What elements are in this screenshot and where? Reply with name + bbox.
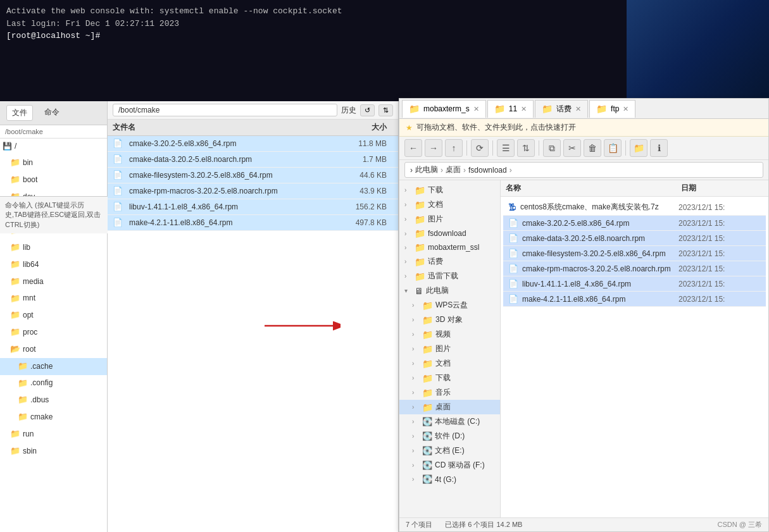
fm-dir-item[interactable]: 📁cmake xyxy=(0,409,107,426)
fc-file-name: libuv-1.41.1-1.el8_4.x86_64.rpm xyxy=(129,202,330,211)
fm-tab-cmd[interactable]: 命令 xyxy=(39,105,65,121)
nav-delete-btn[interactable]: 🗑 xyxy=(584,139,601,157)
exp-tab-close-3[interactable]: ✕ xyxy=(575,105,581,113)
exp-file-row[interactable]: 📄cmake-rpm-macros-3.20.2-5.el8.noarch.rp… xyxy=(503,261,766,276)
exp-sidebar-item[interactable]: ›📁桌面 xyxy=(399,400,500,414)
breadcrumb-part-2[interactable]: 桌面 xyxy=(446,164,461,175)
exp-sidebar: ›📁下载›📁文档›📁图片›📁fsdownload›📁mobaxterm_ssl›… xyxy=(399,180,501,517)
exp-file-row[interactable]: 📄cmake-filesystem-3.20.2-5.el8.x86_64.rp… xyxy=(503,246,766,261)
nav-refresh-btn[interactable]: ⟳ xyxy=(471,139,489,157)
sidebar-item-label: 图片 xyxy=(435,343,451,354)
fm-dir-item[interactable]: 📁media xyxy=(0,273,107,290)
fm-dir-item[interactable]: 📁.config xyxy=(0,375,107,392)
sidebar-item-label: 桌面 xyxy=(435,402,451,412)
exp-toolbar: ← → ↑ ⟳ ☰ ⇅ ⧉ ✂ 🗑 📋 📁 ℹ xyxy=(399,137,768,160)
exp-sidebar-item[interactable]: ▾🖥此电脑 xyxy=(399,283,500,298)
exp-sidebar-item[interactable]: ›💽本地磁盘 (C:) xyxy=(399,414,500,429)
fc-file-row[interactable]: 📄 cmake-data-3.20.2-5.el8.noarch.rpm 1.7… xyxy=(108,152,398,168)
sidebar-item-label: 音乐 xyxy=(435,387,451,398)
exp-tab-11[interactable]: 📁 11 ✕ xyxy=(487,100,534,118)
exp-col-date-header: 日期 xyxy=(681,183,763,194)
rpm-icon: 📄 xyxy=(113,170,125,180)
exp-sidebar-item[interactable]: ›📁迅雷下载 xyxy=(399,269,500,283)
exp-tab-close-1[interactable]: ✕ xyxy=(473,105,479,113)
exp-tab-mobaxterm[interactable]: 📁 mobaxterm_s ✕ xyxy=(402,100,486,118)
exp-sidebar-item[interactable]: ›📁3D 对象 xyxy=(399,312,500,327)
fc-file-row[interactable]: 📄 cmake-filesystem-3.20.2-5.el8.x86_64.r… xyxy=(108,168,398,183)
exp-sidebar-item[interactable]: ›💽CD 驱动器 (F:) xyxy=(399,458,500,473)
nav-forward-btn[interactable]: → xyxy=(425,139,442,157)
exp-file-name: cmake-3.20.2-5.el8.x86_64.rpm xyxy=(522,219,678,228)
nav-view-btn[interactable]: ☰ xyxy=(497,139,515,157)
sidebar-item-label: 本地磁盘 (C:) xyxy=(435,416,480,427)
exp-file-date: 2023/12/1 15: xyxy=(678,249,761,258)
fm-dir-item[interactable]: 📁opt xyxy=(0,307,107,324)
exp-tab-close-2[interactable]: ✕ xyxy=(521,105,527,113)
exp-sidebar-item[interactable]: ›📁文档 xyxy=(399,356,500,371)
nav-copy-btn[interactable]: ⧉ xyxy=(543,139,561,157)
nav-properties-btn[interactable]: ℹ xyxy=(650,139,668,157)
exp-sidebar-item[interactable]: ›💽文档 (E:) xyxy=(399,443,500,458)
fm-dir-item[interactable]: 📁mnt xyxy=(0,290,107,307)
exp-file-row[interactable]: 📄cmake-data-3.20.2-5.el8.noarch.rpm2023/… xyxy=(503,231,766,246)
exp-sidebar-item[interactable]: ›📁视频 xyxy=(399,327,500,342)
exp-sidebar-item[interactable]: ›📁下载 xyxy=(399,183,500,197)
breadcrumb-sep-3: › xyxy=(510,166,512,175)
nav-paste-btn[interactable]: 📋 xyxy=(604,139,622,157)
nav-back-btn[interactable]: ← xyxy=(404,139,422,157)
fm-dir-item[interactable]: 📁bin xyxy=(0,154,107,171)
exp-sidebar-item[interactable]: ›💽软件 (D:) xyxy=(399,429,500,443)
fm-dir-item[interactable]: 📁.cache xyxy=(0,358,107,375)
exp-sidebar-item[interactable]: ›📁音乐 xyxy=(399,385,500,400)
fm-dir-item[interactable]: 💾/ xyxy=(0,139,107,154)
exp-file-name: cmake-rpm-macros-3.20.2-5.el8.noarch.rpm xyxy=(522,264,678,273)
fm-dir-item[interactable]: 📁run xyxy=(0,426,107,443)
exp-file-row[interactable]: 📄cmake-3.20.2-5.el8.x86_64.rpm2023/12/1 … xyxy=(503,216,766,231)
breadcrumb-part-3[interactable]: fsdownload xyxy=(468,166,507,175)
fc-file-row[interactable]: 📄 cmake-rpm-macros-3.20.2-5.el8.noarch.r… xyxy=(108,183,398,199)
exp-tab-close-4[interactable]: ✕ xyxy=(623,105,628,113)
fc-sync-btn[interactable]: ⇅ xyxy=(378,104,393,116)
exp-sidebar-item[interactable]: ›📁图片 xyxy=(399,212,500,226)
nav-up-btn[interactable]: ↑ xyxy=(445,139,463,157)
exp-body: ›📁下载›📁文档›📁图片›📁fsdownload›📁mobaxterm_ssl›… xyxy=(399,180,768,517)
exp-sidebar-item[interactable]: ›📁下载 xyxy=(399,371,500,385)
fc-file-size: 497.8 KB xyxy=(330,218,393,227)
nav-new-folder-btn[interactable]: 📁 xyxy=(630,139,647,157)
exp-file-row[interactable]: 🗜centos8系统cmake、make离线安装包.7z2023/12/1 15… xyxy=(503,199,766,216)
fc-refresh-btn[interactable]: ↺ xyxy=(360,104,375,116)
fm-dir-item[interactable]: 📁proc xyxy=(0,324,107,341)
fm-dir-item[interactable]: 📁lib xyxy=(0,239,107,256)
fm-tab-file[interactable]: 文件 xyxy=(6,105,33,121)
exp-file-row[interactable]: 📄make-4.2.1-11.el8.x86_64.rpm2023/12/1 1… xyxy=(503,292,766,307)
fc-file-row[interactable]: 📄 make-4.2.1-11.el8.x86_64.rpm 497.8 KB xyxy=(108,215,398,231)
exp-sidebar-item[interactable]: ›📁fsdownload xyxy=(399,226,500,240)
fm-dir-item[interactable]: 📁sbin xyxy=(0,443,107,460)
fc-file-row[interactable]: 📄 libuv-1.41.1-1.el8_4.x86_64.rpm 156.2 … xyxy=(108,199,398,215)
rpm-icon: 📄 xyxy=(113,186,125,196)
top-right-decoration xyxy=(627,0,769,101)
exp-sidebar-item[interactable]: ›📁mobaxterm_ssl xyxy=(399,240,500,254)
exp-file-row[interactable]: 📄libuv-1.41.1-1.el8_4.x86_64.rpm2023/12/… xyxy=(503,276,766,292)
exp-sidebar-item[interactable]: ›📁话费 xyxy=(399,254,500,269)
fc-history-label: 历史 xyxy=(341,105,356,116)
exp-main-wrapper: 名称 日期 🗜centos8系统cmake、make离线安装包.7z2023/1… xyxy=(501,180,768,517)
nav-sort-btn[interactable]: ⇅ xyxy=(517,139,535,157)
fm-dir-item[interactable]: 📁boot xyxy=(0,171,107,189)
exp-sidebar-item[interactable]: ›💽4t (G:) xyxy=(399,473,500,486)
sidebar-item-label: CD 驱动器 (F:) xyxy=(435,460,485,471)
exp-sidebar-item[interactable]: ›📁文档 xyxy=(399,197,500,212)
exp-sidebar-item[interactable]: ›📁WPS云盘 xyxy=(399,298,500,312)
breadcrumb-part-1[interactable]: 此电脑 xyxy=(415,164,438,175)
rpm-icon: 📄 xyxy=(508,233,518,243)
fm-dir-item[interactable]: 📁lib64 xyxy=(0,256,107,273)
exp-tab-huafei[interactable]: 📁 话费 ✕ xyxy=(535,100,588,118)
exp-sidebar-item[interactable]: ›📁图片 xyxy=(399,342,500,356)
exp-tab-ftp[interactable]: 📁 ftp ✕ xyxy=(589,100,635,118)
exp-file-date: 2023/12/1 15: xyxy=(678,295,761,304)
fm-dir-item[interactable]: 📁.dbus xyxy=(0,392,107,409)
fm-dir-item[interactable]: 📂root xyxy=(0,341,107,358)
nav-cut-btn[interactable]: ✂ xyxy=(563,139,581,157)
sidebar-item-label: 此电脑 xyxy=(426,285,449,296)
fc-file-row[interactable]: 📄 cmake-3.20.2-5.el8.x86_64.rpm 11.8 MB xyxy=(108,136,398,152)
